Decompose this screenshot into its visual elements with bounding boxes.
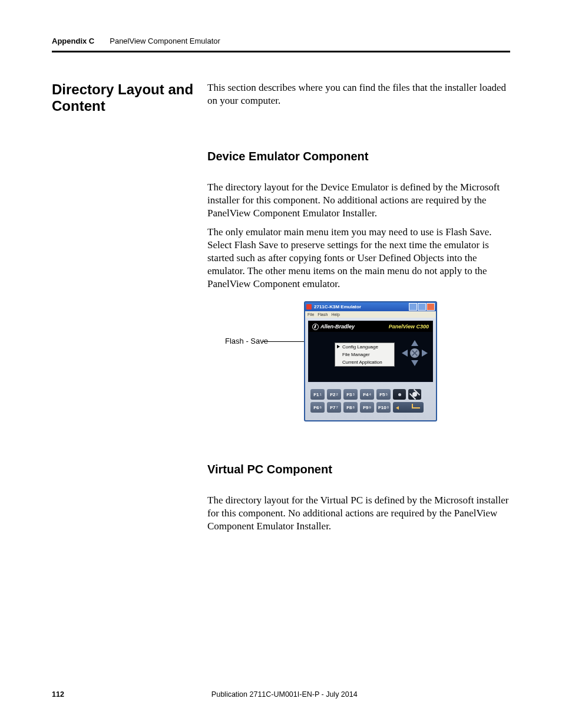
fkey[interactable]: F11 [310,389,325,400]
fkey[interactable]: F99 [360,402,374,413]
figure-callout-line [263,341,305,342]
emulator-menubar: File Flash Help [305,311,436,318]
page-number: 112 [52,690,64,699]
running-head: Appendix C PanelView Component Emulator [52,37,510,45]
figure-callout: Flash - Save [225,337,268,345]
maximize-icon[interactable] [418,303,426,311]
dpad-right-icon[interactable] [422,350,428,357]
brand-logo-icon [312,324,319,330]
brand-label: Allen-Bradley [312,324,355,330]
fkey[interactable]: F44 [360,389,374,400]
screen-menu-item[interactable]: Current Application [335,358,394,366]
emulator-screen: Allen-Bradley PanelView C300 Config Lang… [308,321,433,382]
fkey[interactable]: F22 [327,389,341,400]
screen-menu-item[interactable]: Config Language [335,343,394,351]
brightness-key-icon[interactable] [408,389,421,400]
appendix-label: Appendix C [52,37,94,45]
section-label: PanelView Component Emulator [110,37,220,45]
dot-key-icon[interactable] [393,389,406,400]
minimize-icon[interactable] [409,303,417,311]
enter-key-icon[interactable] [393,402,424,413]
emulator-window-title: 2711C-K3M Emulator [314,304,361,309]
emulator-titlebar: 2711C-K3M Emulator [305,302,436,311]
dpad-up-icon[interactable] [411,340,418,346]
fkey[interactable]: F100 [376,402,391,413]
device-label: PanelView C300 [389,324,429,330]
screen-menu-item[interactable]: File Manager [335,351,394,358]
emulator-keypad: F11 F22 F33 F44 F55 F66 [308,386,433,414]
subsection-heading-1: Device Emulator Component [207,150,510,163]
section-heading: Directory Layout and Content [52,81,207,114]
publication-line: Publication 2711C-UM001I-EN-P - July 201… [211,690,358,699]
subsection-heading-2: Virtual PC Component [207,463,510,476]
header-rule [52,51,510,52]
menu-file[interactable]: File [308,312,314,317]
fkey[interactable]: F88 [343,402,358,413]
dpad-icon [402,340,428,366]
footer: 112 Publication 2711C-UM001I-EN-P - July… [52,690,510,699]
intro-paragraph: This section describes where you can fin… [207,81,510,114]
sec1-p1: The directory layout for the Device Emul… [207,181,510,220]
menu-help[interactable]: Help [331,312,339,317]
fkey[interactable]: F55 [376,389,391,400]
dpad-left-icon[interactable] [402,350,408,357]
fkey[interactable]: F77 [327,402,341,413]
fkey[interactable]: F33 [343,389,358,400]
emulator-figure: Flash - Save 2711C-K3M Emulator [207,301,510,427]
dpad-center-icon[interactable] [408,347,422,360]
sec1-p2: The only emulator main menu item you may… [207,226,510,291]
fkey[interactable]: F66 [310,402,325,413]
close-icon[interactable] [427,303,435,311]
sec2-p1: The directory layout for the Virtual PC … [207,494,510,533]
menu-flash[interactable]: Flash [318,312,328,317]
dpad-down-icon[interactable] [411,360,418,366]
app-logo-icon [306,304,312,309]
screen-menu: Config Language File Manager Current App… [335,342,395,367]
emulator-window: 2711C-K3M Emulator File Flash Help [304,301,437,421]
